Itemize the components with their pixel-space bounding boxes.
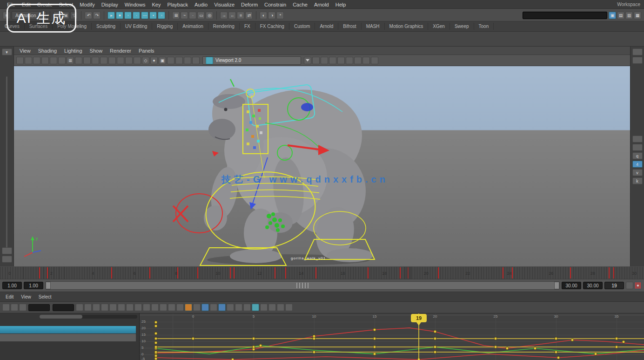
viewport-snapshot-icon[interactable] <box>362 57 370 64</box>
output-connections-icon[interactable]: ← <box>228 12 236 19</box>
key-dot[interactable] <box>259 344 262 347</box>
mask-lines-icon[interactable]: — <box>141 12 148 19</box>
keyframe-tick[interactable] <box>512 267 513 278</box>
snap-to-view-icon[interactable]: ◎ <box>206 12 213 19</box>
channel-box-icon[interactable]: ▦ <box>634 12 641 19</box>
safe-title-icon[interactable] <box>117 57 124 64</box>
linear-tangents-icon[interactable] <box>93 304 100 311</box>
keyframe-tick[interactable] <box>177 267 178 278</box>
key-dot[interactable] <box>252 346 255 348</box>
stacked-view-icon[interactable] <box>268 304 276 311</box>
menu-item-cache[interactable]: Cache <box>289 1 311 8</box>
keyframe-tick[interactable] <box>230 267 231 278</box>
shaded-mode-icon[interactable]: ● <box>150 57 158 64</box>
unify-tangents-icon[interactable] <box>151 304 159 311</box>
key-dot[interactable] <box>373 337 376 340</box>
shelf-tab-fx-caching[interactable]: FX Caching <box>255 23 289 30</box>
post-infinity-cycle-icon[interactable] <box>218 304 226 311</box>
lattice-deform-keys-icon[interactable] <box>19 304 27 311</box>
snap-to-point-icon[interactable]: · <box>189 12 196 19</box>
view-cube-icon[interactable] <box>2 247 12 254</box>
playback-speed-icon[interactable] <box>626 282 633 289</box>
key-dot[interactable] <box>615 337 618 340</box>
menu-item-windows[interactable]: Windows <box>121 1 149 8</box>
xray-joints-icon[interactable] <box>329 57 336 64</box>
time-slider[interactable]: 024681012141618202224262830 <box>0 266 644 279</box>
layout-four-view-icon[interactable]: 4 <box>632 161 643 168</box>
hud-toggle-icon[interactable] <box>125 57 133 64</box>
menu-item-show[interactable]: Show <box>86 48 107 54</box>
key-dot[interactable] <box>192 337 195 340</box>
playback-end-field[interactable]: 30.00 <box>562 282 581 289</box>
lock-tangent-weight-icon[interactable] <box>168 304 175 311</box>
open-dope-sheet-icon[interactable] <box>252 304 259 311</box>
modeling-toolkit-icon[interactable]: ▣ <box>609 12 616 19</box>
menu-item-visualize[interactable]: Visualize <box>211 1 238 8</box>
shelf-tab-animation[interactable]: Animation <box>178 23 208 30</box>
keyframe-tick[interactable] <box>315 267 316 278</box>
quick-rename-input[interactable] <box>523 12 607 19</box>
layout-vertical-icon[interactable]: v <box>632 169 643 176</box>
key-value-field[interactable] <box>53 304 74 311</box>
shelf-tab-xgen[interactable]: XGen <box>428 23 450 30</box>
menu-item-constrain[interactable]: Constrain <box>261 1 289 8</box>
grease-pencil-icon[interactable] <box>58 57 66 64</box>
key-dot[interactable] <box>252 337 255 340</box>
key-dot[interactable] <box>154 357 157 360</box>
break-tangents-icon[interactable] <box>143 304 150 311</box>
key-dot[interactable] <box>555 351 557 353</box>
keyframe-tick[interactable] <box>234 267 235 278</box>
key-dot[interactable] <box>615 346 618 348</box>
range-slider-bar[interactable] <box>45 281 560 290</box>
grid-toggle-icon[interactable]: ⊞ <box>67 57 74 64</box>
move-keys-tool-icon[interactable] <box>2 304 10 311</box>
key-dot[interactable] <box>313 351 315 353</box>
key-dot[interactable] <box>373 353 376 355</box>
image-plane-icon[interactable] <box>41 57 49 64</box>
field-chart-icon[interactable] <box>100 57 107 64</box>
shelf-tab-sweep[interactable]: Sweep <box>450 23 474 30</box>
shelf-tab-rigging[interactable]: Rigging <box>152 23 178 30</box>
gate-mask-icon[interactable] <box>92 57 99 64</box>
key-dot[interactable] <box>494 346 497 348</box>
shelf-tab-arnold[interactable]: Arnold <box>315 23 338 30</box>
keyframe-tick[interactable] <box>570 267 571 278</box>
range-grip[interactable] <box>296 283 309 288</box>
view-transform-icon[interactable] <box>354 57 362 64</box>
normalized-view-icon[interactable] <box>277 304 284 311</box>
current-time-indicator[interactable] <box>404 267 411 279</box>
snap-to-grid-icon[interactable]: ⊞ <box>172 12 180 19</box>
key-dot[interactable] <box>154 346 157 348</box>
plateau-tangents-icon[interactable] <box>118 304 125 311</box>
shelf-tab-fx[interactable]: FX <box>240 23 255 30</box>
key-dot[interactable] <box>434 351 436 353</box>
pan-tool-icon[interactable] <box>2 256 12 263</box>
keyframe-tick[interactable] <box>613 267 614 278</box>
menu-item-modify[interactable]: Modify <box>76 1 98 8</box>
workspace-label[interactable]: Workspace <box>617 2 640 7</box>
menu-item-playback[interactable]: Playback <box>164 1 191 8</box>
two-d-pan-zoom-icon[interactable] <box>50 57 57 64</box>
keyframe-tick[interactable] <box>438 267 439 278</box>
exposure-icon[interactable] <box>337 57 345 64</box>
animation-start-field[interactable]: 1.00 <box>2 282 22 289</box>
object-details-icon[interactable] <box>134 57 141 64</box>
playback-start-field[interactable]: 1.00 <box>24 282 43 289</box>
key-dot[interactable] <box>373 328 376 331</box>
auto-key-icon[interactable]: ● <box>634 282 642 289</box>
keyframe-tick[interactable] <box>149 267 150 278</box>
buffer-curve-snapshot-icon[interactable] <box>126 304 134 311</box>
layer-editor-toggle-icon[interactable] <box>632 144 643 151</box>
key-time-field[interactable] <box>28 304 50 311</box>
key-dot[interactable] <box>571 339 574 341</box>
graph-outliner[interactable] <box>0 313 140 360</box>
clamped-tangents-icon[interactable] <box>84 304 92 311</box>
bookmarks-icon[interactable] <box>33 57 40 64</box>
sidebar-tab-b-icon[interactable] <box>632 57 643 64</box>
keyframe-tick[interactable] <box>275 267 275 278</box>
keyframe-tick[interactable] <box>197 267 198 278</box>
renderer-field[interactable]: Viewport 2.0 <box>202 56 301 65</box>
xray-mode-icon[interactable] <box>321 57 328 64</box>
snap-to-plane-icon[interactable]: ▭ <box>197 12 205 19</box>
graph-canvas[interactable]: 0510152025303540452520151050-5 19 <box>140 313 644 360</box>
